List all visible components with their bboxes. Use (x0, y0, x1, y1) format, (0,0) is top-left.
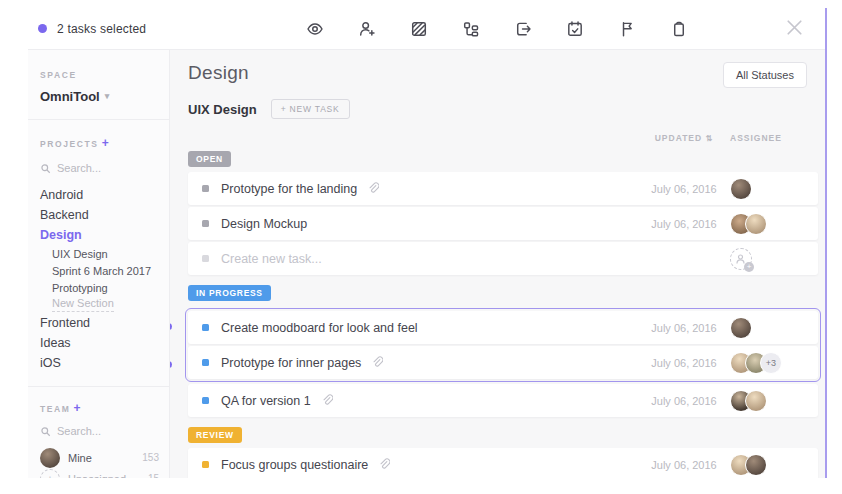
task-assignees (724, 178, 804, 200)
projects-section-label: PROJECTS+ (40, 136, 159, 150)
task-updated-date: July 06, 2016 (644, 322, 724, 334)
task-assignees (724, 317, 804, 339)
status-icon[interactable] (410, 20, 428, 38)
assignee-overflow-badge[interactable]: +3 (760, 352, 782, 374)
add-assignee-icon[interactable] (358, 20, 376, 38)
sidebar-item-prototyping[interactable]: Prototyping (40, 279, 159, 296)
projects-list: Android Backend Design UIX Design Sprint… (40, 185, 159, 373)
app-window: 2 tasks selected SPACE OmniTool ▾ PROJEC… (28, 8, 827, 478)
space-switcher[interactable]: OmniTool ▾ (40, 89, 159, 104)
task-title: Prototype for inner pages (221, 356, 361, 370)
column-assignee: ASSIGNEE (724, 133, 804, 143)
sidebar-item-backend[interactable]: Backend (40, 205, 159, 225)
sidebar-item-frontend[interactable]: Frontend (40, 313, 159, 333)
sidebar-item-ideas[interactable]: Ideas (40, 333, 159, 353)
sidebar-item-uix-design[interactable]: UIX Design (40, 245, 159, 262)
bulk-action-toolbar: 2 tasks selected (28, 8, 825, 50)
team-member-unassigned[interactable]: + Unassigned 15 (40, 468, 159, 478)
divider (28, 119, 169, 120)
task-assignees (724, 454, 804, 476)
attachment-paperclip-icon (366, 180, 379, 198)
team-list: Mine 153 + Unassigned 15 Jared Nielsen 6… (40, 447, 159, 478)
task-row[interactable]: QA for version 1 July 06, 2016 (188, 384, 818, 417)
search-placeholder: Search... (57, 425, 101, 437)
due-date-icon[interactable] (566, 20, 584, 38)
chevron-down-icon: ▾ (105, 91, 110, 101)
status-square-icon (202, 185, 209, 192)
add-assignee-icon[interactable]: + (730, 248, 752, 270)
avatar (745, 213, 767, 235)
attachment-paperclip-icon (320, 392, 333, 410)
status-square-icon (202, 461, 209, 468)
main-panel: Design All Statuses UIX Design + NEW TAS… (170, 50, 825, 478)
task-row-selected[interactable]: Create moodboard for look and feel July … (188, 311, 818, 344)
sidebar: SPACE OmniTool ▾ PROJECTS+ Search... And… (28, 50, 170, 478)
team-member-mine[interactable]: Mine 153 (40, 447, 159, 468)
create-new-task-row[interactable]: Create new task... + (188, 242, 818, 275)
task-title: Prototype for the landing (221, 182, 357, 196)
projects-search-input[interactable]: Search... (40, 162, 159, 174)
eye-icon[interactable] (306, 20, 324, 38)
team-search-input[interactable]: Search... (40, 425, 159, 437)
add-team-member-button[interactable]: + (73, 401, 80, 415)
status-badge-open: OPEN (188, 151, 231, 167)
list-header-uix-design: UIX Design + NEW TASK (188, 99, 825, 119)
avatar (40, 448, 60, 468)
priority-flag-icon[interactable] (618, 20, 636, 38)
team-member-count: 15 (148, 473, 159, 478)
task-updated-date: July 06, 2016 (644, 183, 724, 195)
sidebar-item-design[interactable]: Design (40, 225, 159, 245)
task-row[interactable]: Design Mockup July 06, 2016 (188, 207, 818, 240)
unassigned-plus-icon: + (40, 469, 60, 479)
task-assignees: + (724, 248, 804, 270)
task-row[interactable]: Focus groups questionaire July 06, 2016 (188, 448, 818, 478)
list-name: UIX Design (188, 102, 257, 117)
sidebar-item-android[interactable]: Android (40, 185, 159, 205)
close-icon[interactable] (787, 20, 805, 38)
subtasks-icon[interactable] (462, 20, 480, 38)
sidebar-item-sprint-6-march-2017[interactable]: Sprint 6 March 2017 (40, 262, 159, 279)
selected-task-dot-icon (170, 323, 172, 330)
new-task-button[interactable]: + NEW TASK (271, 99, 350, 119)
sort-icon: ⇅ (706, 134, 714, 143)
status-square-icon (202, 397, 209, 404)
columns-header: UPDATED ⇅ ASSIGNEE (188, 133, 818, 143)
space-name: OmniTool (40, 89, 100, 104)
sidebar-item-new-section[interactable]: New Section (40, 296, 159, 313)
selected-task-dot-icon (170, 361, 172, 368)
sidebar-item-ios[interactable]: iOS (40, 353, 159, 373)
team-section-label: TEAM+ (40, 401, 159, 415)
column-updated[interactable]: UPDATED ⇅ (644, 133, 724, 143)
task-title: Create moodboard for look and feel (221, 321, 418, 335)
status-square-icon (202, 324, 209, 331)
avatar (745, 454, 767, 476)
task-title: Focus groups questionaire (221, 458, 368, 472)
task-updated-date: July 06, 2016 (644, 218, 724, 230)
move-icon[interactable] (514, 20, 532, 38)
all-statuses-button[interactable]: All Statuses (723, 62, 807, 88)
status-square-icon (202, 220, 209, 227)
search-icon (40, 426, 51, 437)
team-member-name: Mine (68, 452, 142, 464)
add-project-button[interactable]: + (102, 136, 109, 150)
task-row-selected[interactable]: Prototype for inner pages July 06, 2016 … (188, 346, 818, 379)
task-row[interactable]: Prototype for the landing July 06, 2016 (188, 172, 818, 205)
task-title: QA for version 1 (221, 394, 311, 408)
task-updated-date: July 06, 2016 (644, 357, 724, 369)
task-assignees: +3 (724, 352, 804, 374)
search-icon (40, 163, 51, 174)
status-square-icon (202, 255, 209, 262)
selection-dot-icon (38, 24, 47, 33)
selected-tasks-group: Create moodboard for look and feel July … (185, 308, 821, 382)
task-title: Design Mockup (221, 217, 307, 231)
team-member-name: Unassigned (68, 473, 148, 479)
selection-count-label: 2 tasks selected (57, 22, 146, 36)
status-badge-in-progress: IN PROGRESS (188, 285, 271, 301)
delete-icon[interactable] (670, 20, 688, 38)
space-section-label: SPACE (40, 70, 159, 80)
toolbar-icons (246, 20, 688, 38)
status-square-icon (202, 359, 209, 366)
status-badge-review: REVIEW (188, 427, 242, 443)
task-assignees (724, 390, 804, 412)
attachment-paperclip-icon (370, 354, 383, 372)
